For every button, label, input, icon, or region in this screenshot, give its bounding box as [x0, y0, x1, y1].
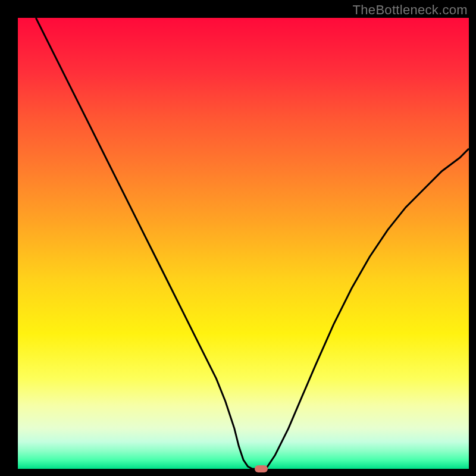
watermark-text: TheBottleneck.com	[353, 2, 468, 18]
chart-background	[18, 18, 469, 469]
minimum-marker	[255, 465, 268, 472]
